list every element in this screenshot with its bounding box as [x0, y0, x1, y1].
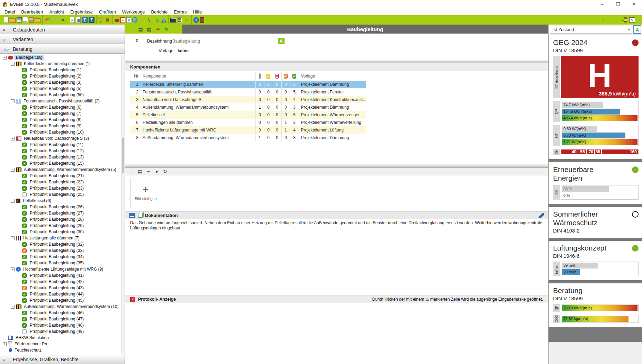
table-row[interactable]: 7Hocheffiziente Lüftungsanlage mit WRG00… — [130, 126, 366, 134]
menu-datei[interactable]: Datei — [1, 9, 18, 15]
beret-red-icon[interactable] — [115, 19, 119, 22]
tree-item[interactable]: −Pelletkessel (6) — [0, 198, 125, 204]
sun-icon[interactable]: ☀ — [138, 17, 145, 23]
import-folder-icon[interactable]: → — [35, 18, 40, 23]
auto-text-button[interactable]: A — [278, 38, 284, 44]
assign-arrow-icon[interactable]: → — [129, 26, 135, 32]
table-row[interactable]: 2Fensteraustausch, Passivhausqualität000… — [130, 88, 366, 96]
report-page-icon[interactable]: ≡ — [70, 17, 75, 23]
sidebar-scrollbar[interactable] — [121, 55, 124, 354]
dokumentation-text[interactable]: Das Gebäude wird umfangreich saniert. Ne… — [125, 219, 548, 231]
tree-item[interactable]: ✓Prüfpunkt Baubegleitung (11) — [0, 142, 125, 148]
open-folder-icon[interactable] — [10, 18, 16, 23]
close-button[interactable]: × — [626, 0, 642, 8]
undo-icon[interactable]: ↶ — [44, 17, 51, 23]
tree-item[interactable]: ✓Prüfpunkt Baubegleitung (8) — [0, 117, 125, 123]
tree-item[interactable]: ✓Prüfpunkt Baubegleitung (44) — [0, 291, 125, 297]
sidebar-section-beratung[interactable]: ⌄⌄ Beratung — [0, 45, 125, 54]
tree-item[interactable]: ✓Prüfpunkt Baubegleitung (42) — [0, 279, 125, 285]
menu-berichte[interactable]: Berichte — [148, 9, 171, 15]
tree-item[interactable]: ✓Prüfpunkt Baubegleitung (48) — [0, 322, 125, 328]
print-stack-icon[interactable]: ▤ — [137, 26, 144, 32]
menu-extras[interactable]: Extras — [171, 9, 190, 15]
table-row[interactable]: 1Kellerdecke, unterseitig dämmen00005Pro… — [130, 81, 366, 88]
workflow-icon[interactable] — [98, 18, 103, 22]
print-stack-2-icon[interactable]: ▤ — [146, 26, 152, 32]
checkbox-green-icon[interactable]: ✓ — [22, 155, 27, 160]
checkbox-green-icon[interactable]: ✓ — [22, 174, 27, 178]
checkbox-green-icon[interactable]: ✓ — [22, 124, 27, 128]
wizard-icon[interactable]: ✶ — [60, 17, 66, 23]
copy-image-icon[interactable]: ▤ — [137, 169, 143, 175]
scrollbar-thumb[interactable] — [122, 138, 124, 173]
column-header-x-red[interactable]: × — [273, 72, 281, 81]
checkbox-green-icon[interactable]: ✓ — [22, 311, 27, 315]
checkbox-green-icon[interactable]: ✓ — [22, 261, 27, 265]
energy-label-icon[interactable] — [177, 17, 182, 23]
table-row[interactable]: 4Außendämmung, Wärmedämmverbundsystem100… — [130, 103, 366, 111]
checkbox-green-icon[interactable]: ✓ — [22, 211, 27, 216]
close-protokoll-icon[interactable]: × — [130, 297, 135, 302]
checkbox-green-icon[interactable]: ✓ — [22, 205, 27, 209]
refresh-page-icon[interactable]: ↻ — [163, 26, 170, 32]
checkbox-green-icon[interactable]: ✓ — [22, 230, 27, 234]
checkbox-green-icon[interactable]: ✓ — [22, 143, 27, 147]
help-icon[interactable]: ? — [193, 17, 199, 23]
minimize-button[interactable]: – — [594, 0, 610, 8]
menu-grafiken[interactable]: Grafiken — [96, 9, 119, 15]
redo-icon[interactable]: ↷ — [52, 17, 58, 23]
remove-arrow-icon[interactable]: ⇢ — [155, 26, 161, 32]
tree-item[interactable]: −×Hocheffiziente Lüftungsanlage mit WRG … — [0, 266, 125, 272]
add-image-icon[interactable]: → — [129, 169, 135, 175]
table-row[interactable]: 5Pelletkessel00005Projektelement Wärmeer… — [130, 111, 366, 119]
tree-item[interactable]: ✓Prüfpunkt Baubegleitung (35) — [0, 260, 125, 266]
checkbox-green-icon[interactable]: ✓ — [22, 180, 27, 184]
checkbox-green-icon[interactable]: ✓ — [22, 87, 27, 91]
document-v-icon[interactable]: V — [126, 17, 131, 23]
tree-item[interactable]: Prüfpunkt Baubegleitung (25) — [0, 191, 125, 198]
checkbox-orange-icon[interactable]: ✓ — [22, 286, 27, 290]
column-header-check-yellow[interactable]: ✓ — [264, 72, 273, 81]
edit-pencil-icon[interactable] — [539, 213, 544, 218]
forward-arrow-icon[interactable]: → — [611, 17, 617, 23]
tree-item[interactable]: BHKW-Simulation — [0, 335, 125, 341]
menu-hilfe[interactable]: Hilfe — [190, 9, 205, 15]
checkbox-green-icon[interactable]: ✓ — [22, 130, 27, 135]
table-row[interactable]: 6Heizleitungen alle dämmen00013Projektel… — [130, 119, 366, 126]
add-image-placeholder[interactable]: + Bild einfügen — [130, 178, 161, 208]
chart-blue-icon[interactable] — [161, 18, 166, 22]
paste-brush-icon[interactable] — [29, 17, 34, 23]
tree-item[interactable]: ✓Prüfpunkt Baubegleitung (22) — [0, 179, 125, 185]
tree-item[interactable]: −Kellerdecke, unterseitig dämmen (1) — [0, 61, 125, 67]
tree-item[interactable]: ✓Prüfpunkt Baubegleitung (29) — [0, 222, 125, 229]
checkbox-green-icon[interactable]: ✓ — [22, 118, 27, 122]
goto-label-icon[interactable]: → — [620, 17, 626, 23]
checkbox-green-icon[interactable]: ✓ — [22, 255, 27, 259]
tree-item[interactable]: ✓Prüfpunkt Baubegleitung (27) — [0, 210, 125, 216]
back-arrow-icon[interactable]: ← — [601, 17, 608, 23]
checkbox-green-icon[interactable]: ✓ — [22, 149, 27, 153]
auto-update-button[interactable]: A — [633, 25, 641, 34]
maximize-button[interactable]: ❐ — [610, 0, 626, 8]
chart-compare-icon[interactable]: ∿ — [629, 17, 635, 22]
tree-item[interactable]: ✓Prüfpunkt Baubegleitung (30) — [0, 229, 125, 235]
checkbox-green-icon[interactable]: ✓ — [22, 273, 27, 278]
structure-list-icon[interactable]: ≣ — [104, 17, 111, 23]
checkbox-green-icon[interactable]: ✓ — [22, 105, 27, 110]
checkbox-green-icon[interactable]: ✓ — [22, 224, 27, 228]
checkbox-green-icon[interactable]: ✓ — [22, 111, 27, 116]
refresh-image-icon[interactable]: ↻ — [162, 169, 168, 175]
checkbox-green-icon[interactable]: ✓ — [22, 280, 27, 284]
tree-item[interactable]: ✓Prüfpunkt Baubegleitung (47) — [0, 316, 125, 322]
energy-curve-icon[interactable]: ↗ — [183, 17, 190, 23]
tree-item[interactable]: ✓Prüfpunkt Baubegleitung (23) — [0, 185, 125, 191]
chart-page-icon[interactable] — [76, 17, 81, 23]
column-header-check-orange[interactable]: ✓ — [281, 72, 290, 81]
house-euro-icon[interactable]: ⌂ — [154, 17, 160, 23]
tree-item[interactable]: ✓Prüfpunkt Baubegleitung (1) — [0, 67, 125, 73]
tree-item[interactable]: ✓Prüfpunkt Baubegleitung (33) — [0, 247, 125, 254]
column-header-checkbox-empty[interactable] — [255, 72, 264, 81]
expander-icon[interactable]: − — [11, 199, 15, 203]
globe-icon[interactable] — [132, 17, 137, 22]
expander-icon[interactable]: − — [11, 137, 15, 140]
